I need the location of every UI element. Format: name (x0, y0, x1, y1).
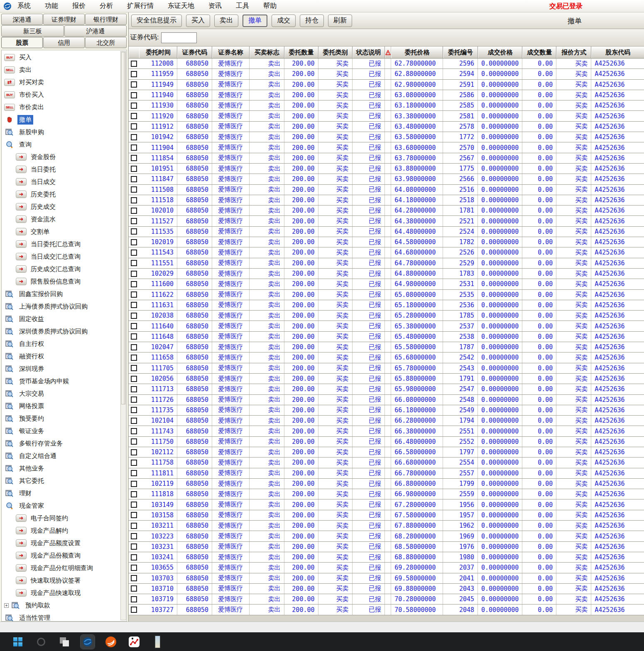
expand-plus-icon[interactable]: + (4, 603, 9, 608)
sidebar-item[interactable]: + BUY SELL ⇄ ➜ 现金 (2, 499, 120, 512)
network-app-icon[interactable] (127, 635, 141, 649)
row-checkbox[interactable] (131, 113, 137, 119)
sidebar-item[interactable]: + BUY SELL ⇄ ➜ 深圳 (2, 325, 120, 338)
row-checkbox[interactable] (131, 523, 137, 529)
table-row[interactable]: 102104 688050 爱博医疗 卖出 200.00 买卖 已报 66.28… (129, 416, 644, 426)
table-row[interactable]: 111743 688050 爱博医疗 卖出 200.00 买卖 已报 66.38… (129, 426, 644, 436)
column-header[interactable]: 委托类别 (318, 46, 353, 58)
sidebar-item[interactable]: + BUY SELL ⇄ ➜ 限售 (2, 275, 120, 288)
orange-app-icon[interactable] (104, 635, 118, 649)
sidebar-item[interactable]: + BUY SELL ⇄ ➜ 上海 (2, 300, 120, 313)
toolbar-button[interactable]: 刷新 (328, 15, 352, 27)
row-checkbox[interactable] (131, 533, 137, 539)
row-checkbox[interactable] (131, 323, 137, 329)
table-row[interactable]: 111735 688050 爱博医疗 卖出 200.00 买卖 已报 66.18… (129, 405, 644, 416)
search-icon[interactable] (34, 635, 48, 649)
sidebar-item[interactable]: + BUY SELL ⇄ ➜ 查询 (2, 138, 120, 151)
table-row[interactable]: 102019 688050 爱博医疗 卖出 200.00 买卖 已报 64.58… (129, 237, 644, 247)
market-tab[interactable]: 深港通 (1, 14, 43, 25)
sidebar-item[interactable]: + BUY SELL ⇄ ➜ 当日 (2, 176, 120, 188)
table-row[interactable]: 111508 688050 爱博医疗 卖出 200.00 买卖 已报 64.08… (129, 185, 644, 195)
menu-item[interactable]: 东证天地 (168, 2, 194, 10)
row-checkbox[interactable] (131, 481, 137, 487)
row-checkbox[interactable] (131, 376, 137, 382)
table-row[interactable]: 103241 688050 爱博医疗 卖出 200.00 买卖 已报 68.88… (129, 552, 644, 563)
row-checkbox[interactable] (131, 302, 137, 308)
sidebar-item[interactable]: + BUY SELL ⇄ ➜ 银证 (2, 425, 120, 437)
start-icon[interactable] (11, 635, 25, 649)
column-header-checkbox[interactable] (129, 46, 139, 58)
row-checkbox[interactable] (131, 260, 137, 266)
column-header[interactable]: 证券名称 (212, 46, 250, 58)
row-checkbox[interactable] (131, 575, 137, 581)
table-row[interactable]: 111705 688050 爱博医疗 卖出 200.00 买卖 已报 65.78… (129, 363, 644, 374)
row-checkbox[interactable] (131, 585, 137, 592)
table-row[interactable]: 111535 688050 爱博医疗 卖出 200.00 买卖 已报 64.48… (129, 227, 644, 237)
row-checkbox[interactable] (131, 543, 137, 550)
table-row[interactable]: 103710 688050 爱博医疗 卖出 200.00 买卖 已报 69.88… (129, 584, 644, 594)
sidebar-item[interactable]: + BUY SELL ⇄ ➜ 卖出 (2, 64, 120, 76)
row-checkbox[interactable] (131, 81, 137, 88)
row-checkbox[interactable] (131, 281, 137, 287)
table-row[interactable]: 111818 688050 爱博医疗 卖出 200.00 买卖 已报 66.98… (129, 489, 644, 499)
sidebar-item[interactable]: + BUY SELL ⇄ ➜ 现金 (2, 562, 120, 574)
row-checkbox[interactable] (131, 607, 137, 613)
table-row[interactable]: 111658 688050 爱博医疗 卖出 200.00 买卖 已报 65.68… (129, 352, 644, 363)
sidebar-item[interactable]: + BUY SELL ⇄ ➜ 适当 (2, 612, 120, 622)
column-header[interactable]: 成交价格 (478, 46, 522, 58)
table-row[interactable]: 103703 688050 爱博医疗 卖出 200.00 买卖 已报 69.58… (129, 573, 644, 584)
sidebar-item[interactable]: + BUY SELL ⇄ ➜ 历史 (2, 201, 120, 213)
row-checkbox[interactable] (131, 155, 137, 161)
row-checkbox[interactable] (131, 228, 137, 235)
sidebar-item[interactable]: + BUY SELL ⇄ ➜ 交割 (2, 225, 120, 238)
sidebar-item[interactable]: + BUY SELL ⇄ ➜ 新股 (2, 126, 120, 138)
widget-icon[interactable] (150, 635, 164, 649)
column-header[interactable]: 报价方式 (556, 46, 591, 58)
market-tab[interactable]: 沪港通 (64, 25, 127, 37)
table-row[interactable]: 101942 688050 爱博医疗 卖出 200.00 买卖 已报 63.58… (129, 132, 644, 142)
column-header[interactable]: 委托时间 (139, 46, 177, 58)
toolbar-button[interactable]: 持仓 (300, 15, 324, 27)
market-tab[interactable]: 信用 (43, 37, 85, 48)
table-row[interactable]: 111811 688050 爱博医疗 卖出 200.00 买卖 已报 66.78… (129, 468, 644, 479)
sidebar-item[interactable]: + BUY SELL ⇄ ➜ 预受 (2, 412, 120, 425)
sidebar-item[interactable]: + BUY SELL ⇄ ➜ 市价 (2, 88, 120, 101)
table-row[interactable]: 111551 688050 爱博医疗 卖出 200.00 买卖 已报 64.78… (129, 258, 644, 269)
sidebar-item[interactable]: + BUY SELL ⇄ ➜ 买入 (2, 51, 120, 64)
menu-item[interactable]: 扩展行情 (127, 2, 154, 10)
row-checkbox[interactable] (131, 144, 137, 151)
toolbar-button[interactable]: 买入 (186, 15, 210, 27)
row-checkbox[interactable] (131, 491, 137, 497)
row-checkbox[interactable] (131, 92, 137, 98)
table-row[interactable]: 102112 688050 爱博医疗 卖出 200.00 买卖 已报 66.58… (129, 447, 644, 458)
market-tab[interactable]: 北交所 (85, 37, 127, 48)
row-checkbox[interactable] (131, 512, 137, 518)
task-view-icon[interactable] (57, 635, 71, 649)
table-row[interactable]: 103655 688050 爱博医疗 卖出 200.00 买卖 已报 69.28… (129, 563, 644, 573)
market-tab[interactable]: 银行理财 (85, 14, 127, 25)
row-checkbox[interactable] (131, 449, 137, 455)
sidebar-item[interactable]: + BUY SELL ⇄ ➜ 自主 (2, 338, 120, 350)
sidebar-item[interactable]: + BUY SELL ⇄ ➜ 历史 (2, 263, 120, 275)
table-row[interactable]: 111904 688050 爱博医疗 卖出 200.00 买卖 已报 63.68… (129, 142, 644, 153)
table-row[interactable]: 111631 688050 爱博医疗 卖出 200.00 买卖 已报 65.18… (129, 300, 644, 311)
table-row[interactable]: 111940 688050 爱博医疗 卖出 200.00 买卖 已报 63.08… (129, 90, 644, 100)
row-checkbox[interactable] (131, 418, 137, 424)
table-row[interactable]: 111713 688050 爱博医疗 卖出 200.00 买卖 已报 65.98… (129, 384, 644, 394)
row-checkbox[interactable] (131, 208, 137, 214)
row-checkbox[interactable] (131, 239, 137, 245)
table-row[interactable]: 111648 688050 爱博医疗 卖出 200.00 买卖 已报 65.48… (129, 332, 644, 342)
sidebar-item[interactable]: + BUY SELL ⇄ ➜ 撤单 (2, 113, 120, 126)
sidebar-item[interactable]: + BUY SELL ⇄ ➜ 其它 (2, 475, 120, 487)
market-tab[interactable]: 证券理财 (43, 14, 85, 25)
table-row[interactable]: 103158 688050 爱博医疗 卖出 200.00 买卖 已报 67.58… (129, 510, 644, 521)
row-checkbox[interactable] (131, 271, 137, 277)
sidebar-item[interactable]: + BUY SELL ⇄ ➜ 对买 (2, 76, 120, 88)
column-header[interactable]: 成交数量 (522, 46, 556, 58)
sidebar-item[interactable]: + BUY SELL ⇄ ➜ 多银 (2, 437, 120, 450)
row-checkbox[interactable] (131, 470, 137, 476)
sidebar-item[interactable]: + BUY SELL ⇄ ➜ 现金 (2, 549, 120, 562)
row-checkbox[interactable] (131, 554, 137, 560)
row-checkbox[interactable] (131, 103, 137, 109)
row-checkbox[interactable] (131, 333, 137, 340)
